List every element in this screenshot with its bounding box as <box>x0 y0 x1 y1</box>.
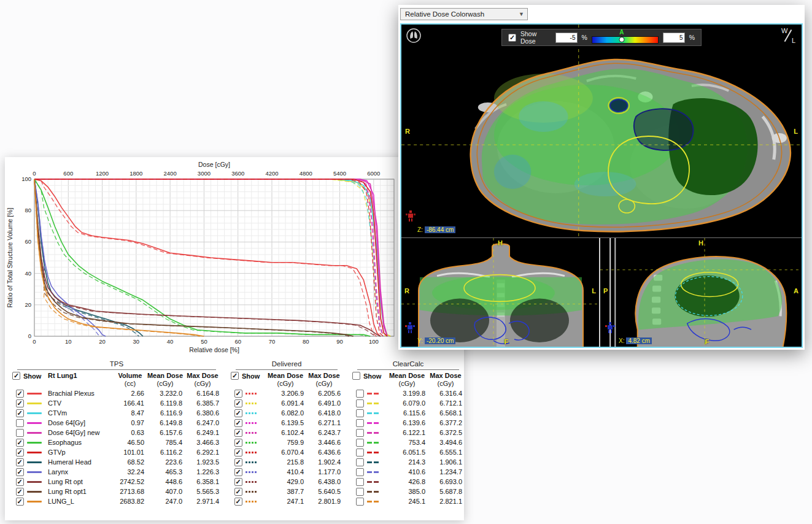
show-checkbox[interactable] <box>234 409 242 417</box>
show-checkbox[interactable] <box>16 458 24 466</box>
show-checkbox[interactable] <box>16 409 24 417</box>
show-checkbox[interactable] <box>234 468 242 476</box>
tps-line-swatch <box>27 467 48 477</box>
coronal-left-orientation-label: R <box>404 287 409 295</box>
window-level-control[interactable]: W L <box>781 27 797 44</box>
colorwash-gradient[interactable]: A <box>592 30 659 45</box>
gradient-bar[interactable] <box>592 36 659 44</box>
show-checkbox[interactable] <box>234 439 242 447</box>
tps-max-value: 6.380.6 <box>184 408 221 418</box>
show-checkbox[interactable] <box>234 419 242 427</box>
tps-max-value: 3.466.3 <box>184 437 221 447</box>
chevron-down-icon: ▼ <box>519 11 524 17</box>
show-checkbox[interactable] <box>356 488 364 496</box>
clearcalc-line-swatch <box>367 496 387 506</box>
volume-value: 2713.68 <box>114 487 146 496</box>
clearcalc-mean-value: 6.122.1 <box>387 428 427 437</box>
gradient-marker-handle[interactable] <box>619 37 624 42</box>
show-checkbox[interactable] <box>234 399 242 407</box>
tps-show-cell <box>12 447 27 457</box>
show-checkbox[interactable] <box>16 399 24 407</box>
x-tick-label: 70 <box>269 338 276 345</box>
show-checkbox[interactable] <box>356 498 364 506</box>
tps-mean-header: Mean Dose <box>146 372 184 380</box>
show-checkbox[interactable] <box>234 458 242 466</box>
tps-mean-value: 247.0 <box>146 496 184 506</box>
show-checkbox[interactable] <box>16 498 24 506</box>
tps-line-swatch <box>27 388 48 398</box>
clearcalc-show-cell <box>352 428 367 437</box>
delivered-show-cell <box>231 437 246 447</box>
show-checkbox[interactable] <box>16 449 24 457</box>
x-tick-label: 20 <box>99 338 106 345</box>
sagittal-view[interactable]: H P A F X: 4.82 cm <box>600 238 802 347</box>
show-checkbox[interactable] <box>12 372 20 380</box>
show-checkbox[interactable] <box>16 439 24 447</box>
axial-slice-coordinate: Z: -86.44 cm <box>417 226 455 233</box>
delivered-max-value: 6.438.0 <box>306 477 342 487</box>
dose-tick-label: 3000 <box>198 170 211 177</box>
axial-view[interactable]: Show Dose % A % <box>401 25 802 236</box>
show-checkbox[interactable] <box>356 390 364 398</box>
structure-name: Esophagus <box>48 437 114 447</box>
dose-low-input[interactable] <box>555 33 578 43</box>
clearcalc-mean-value: 3.199.8 <box>387 388 427 398</box>
delivered-mean-unit: (cGy) <box>265 380 306 388</box>
coronal-ct-image <box>401 238 599 347</box>
x-tick-label: 50 <box>201 338 207 345</box>
show-checkbox[interactable] <box>356 468 364 476</box>
tps-line-swatch <box>27 418 48 428</box>
show-checkbox[interactable] <box>231 372 239 380</box>
clearcalc-mean-value: 385.0 <box>387 487 427 496</box>
x-tick-label: 80 <box>303 338 309 345</box>
volume-value: 101.01 <box>114 447 146 457</box>
colorwash-dropdown[interactable]: Relative Dose Colorwash ▼ <box>400 8 528 20</box>
delivered-mean-value: 759.9 <box>265 437 306 447</box>
volume-value: 2.66 <box>114 388 146 398</box>
show-checkbox[interactable] <box>16 468 24 476</box>
show-checkbox[interactable] <box>356 458 364 466</box>
tps-max-value: 6.292.1 <box>184 447 221 457</box>
sagittal-top-orientation-label: H <box>698 239 703 247</box>
show-checkbox[interactable] <box>356 429 364 437</box>
tps-line-swatch <box>27 487 48 496</box>
delivered-mean-value: 6.091.4 <box>265 398 306 408</box>
dose-high-input[interactable] <box>663 33 685 43</box>
lungs-icon[interactable] <box>406 28 422 44</box>
show-checkbox[interactable] <box>16 478 24 486</box>
delivered-max-value: 6.418.0 <box>306 408 342 418</box>
clearcalc-max-value: 1.906.1 <box>427 457 464 467</box>
coronal-view[interactable]: H R L F Y: -20.20 cm <box>401 238 600 347</box>
show-checkbox[interactable] <box>356 419 364 427</box>
show-checkbox[interactable] <box>356 478 364 486</box>
group-header-delivered: Delivered <box>236 360 338 370</box>
x-tick-label: 40 <box>167 338 174 345</box>
show-checkbox[interactable] <box>234 390 242 398</box>
show-checkbox[interactable] <box>234 449 242 457</box>
show-checkbox[interactable] <box>234 429 242 437</box>
show-checkbox[interactable] <box>234 498 242 506</box>
clearcalc-line-swatch <box>367 398 387 408</box>
tps-mean-value: 448.6 <box>146 477 184 487</box>
delivered-max-value: 6.271.1 <box>306 418 342 428</box>
show-checkbox[interactable] <box>352 372 360 380</box>
show-checkbox[interactable] <box>16 419 24 427</box>
show-checkbox[interactable] <box>356 439 364 447</box>
show-dose-checkbox[interactable] <box>508 34 516 42</box>
show-checkbox[interactable] <box>356 409 364 417</box>
clearcalc-mean-value: 6.079.0 <box>387 398 427 408</box>
show-checkbox[interactable] <box>234 478 242 486</box>
tps-line-swatch <box>27 437 48 447</box>
show-checkbox[interactable] <box>356 449 364 457</box>
delivered-mean-value: 215.8 <box>265 457 306 467</box>
show-checkbox[interactable] <box>16 488 24 496</box>
show-checkbox[interactable] <box>234 488 242 496</box>
show-checkbox[interactable] <box>356 399 364 407</box>
show-checkbox[interactable] <box>16 390 24 398</box>
show-checkbox[interactable] <box>16 429 24 437</box>
clearcalc-max-unit: (cGy) <box>427 380 464 388</box>
dose-table-grid: TPSDeliveredClearCalcShowRt Lung1VolumeM… <box>12 360 459 506</box>
dose-tick-label: 1200 <box>96 170 109 177</box>
group-header-tps: TPS <box>17 360 216 370</box>
coronal-slice-coordinate: Y: -20.20 cm <box>417 337 455 344</box>
